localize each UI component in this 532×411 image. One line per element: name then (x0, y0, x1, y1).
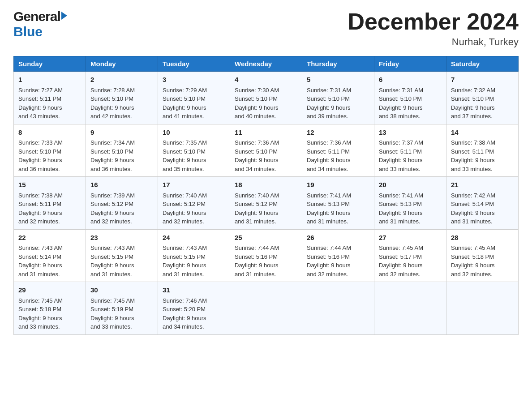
weekday-header-saturday: Saturday (446, 56, 519, 72)
day-number: 8 (18, 128, 81, 138)
calendar-day-cell (374, 282, 446, 335)
calendar-body: 1Sunrise: 7:27 AMSunset: 5:11 PMDaylight… (14, 72, 519, 335)
day-number: 13 (379, 128, 442, 138)
day-info: Sunrise: 7:28 AMSunset: 5:10 PMDaylight:… (90, 86, 153, 121)
day-number: 6 (379, 75, 442, 85)
calendar-day-cell: 24Sunrise: 7:43 AMSunset: 5:15 PMDayligh… (158, 229, 230, 282)
day-info: Sunrise: 7:40 AMSunset: 5:12 PMDaylight:… (163, 191, 225, 226)
logo: General Blue (13, 9, 67, 39)
day-number: 29 (18, 285, 81, 295)
day-number: 15 (18, 180, 81, 190)
calendar-day-cell: 16Sunrise: 7:39 AMSunset: 5:12 PMDayligh… (86, 177, 158, 230)
page-header: General Blue December 2024 Nurhak, Turke… (13, 9, 519, 48)
calendar-week-row: 15Sunrise: 7:38 AMSunset: 5:11 PMDayligh… (14, 177, 519, 230)
day-info: Sunrise: 7:41 AMSunset: 5:13 PMDaylight:… (379, 191, 442, 226)
calendar-table: SundayMondayTuesdayWednesdayThursdayFrid… (13, 56, 519, 335)
day-number: 5 (307, 75, 369, 85)
day-info: Sunrise: 7:43 AMSunset: 5:14 PMDaylight:… (18, 244, 81, 278)
day-number: 9 (90, 128, 153, 138)
day-number: 1 (18, 75, 81, 85)
calendar-week-row: 8Sunrise: 7:33 AMSunset: 5:10 PMDaylight… (14, 124, 519, 177)
day-number: 10 (163, 128, 225, 138)
day-info: Sunrise: 7:29 AMSunset: 5:10 PMDaylight:… (163, 86, 225, 121)
weekday-header-row: SundayMondayTuesdayWednesdayThursdayFrid… (14, 56, 519, 72)
day-info: Sunrise: 7:38 AMSunset: 5:11 PMDaylight:… (451, 138, 514, 173)
day-number: 14 (451, 128, 514, 138)
day-number: 16 (90, 180, 153, 190)
day-info: Sunrise: 7:46 AMSunset: 5:20 PMDaylight:… (163, 296, 225, 331)
weekday-header-friday: Friday (374, 56, 446, 72)
day-info: Sunrise: 7:43 AMSunset: 5:15 PMDaylight:… (90, 244, 153, 278)
day-info: Sunrise: 7:31 AMSunset: 5:10 PMDaylight:… (379, 86, 442, 121)
calendar-day-cell: 8Sunrise: 7:33 AMSunset: 5:10 PMDaylight… (14, 124, 86, 177)
logo-general-text: General (13, 9, 60, 24)
calendar-day-cell: 31Sunrise: 7:46 AMSunset: 5:20 PMDayligh… (158, 282, 230, 335)
day-number: 23 (90, 233, 153, 243)
day-number: 22 (18, 233, 81, 243)
day-info: Sunrise: 7:43 AMSunset: 5:15 PMDaylight:… (163, 244, 225, 278)
calendar-week-row: 1Sunrise: 7:27 AMSunset: 5:11 PMDaylight… (14, 72, 519, 124)
day-info: Sunrise: 7:34 AMSunset: 5:10 PMDaylight:… (90, 138, 153, 173)
day-info: Sunrise: 7:45 AMSunset: 5:18 PMDaylight:… (18, 296, 81, 331)
day-info: Sunrise: 7:36 AMSunset: 5:10 PMDaylight:… (235, 138, 297, 173)
calendar-day-cell: 2Sunrise: 7:28 AMSunset: 5:10 PMDaylight… (86, 72, 158, 124)
title-area: December 2024 Nurhak, Turkey (348, 9, 519, 48)
calendar-day-cell: 26Sunrise: 7:44 AMSunset: 5:16 PMDayligh… (302, 229, 374, 282)
calendar-day-cell: 18Sunrise: 7:40 AMSunset: 5:12 PMDayligh… (230, 177, 302, 230)
day-number: 19 (307, 180, 369, 190)
calendar-day-cell: 29Sunrise: 7:45 AMSunset: 5:18 PMDayligh… (14, 282, 86, 335)
weekday-header-monday: Monday (86, 56, 158, 72)
month-title: December 2024 (348, 9, 519, 34)
calendar-day-cell: 7Sunrise: 7:32 AMSunset: 5:10 PMDaylight… (446, 72, 519, 124)
day-info: Sunrise: 7:45 AMSunset: 5:19 PMDaylight:… (90, 296, 153, 331)
weekday-header-sunday: Sunday (14, 56, 86, 72)
day-number: 3 (163, 75, 225, 85)
calendar-day-cell (302, 282, 374, 335)
calendar-day-cell: 23Sunrise: 7:43 AMSunset: 5:15 PMDayligh… (86, 229, 158, 282)
calendar-day-cell: 28Sunrise: 7:45 AMSunset: 5:18 PMDayligh… (446, 229, 519, 282)
day-info: Sunrise: 7:41 AMSunset: 5:13 PMDaylight:… (307, 191, 369, 226)
day-info: Sunrise: 7:32 AMSunset: 5:10 PMDaylight:… (451, 86, 514, 121)
weekday-header-thursday: Thursday (302, 56, 374, 72)
day-info: Sunrise: 7:42 AMSunset: 5:14 PMDaylight:… (451, 191, 514, 226)
calendar-day-cell: 9Sunrise: 7:34 AMSunset: 5:10 PMDaylight… (86, 124, 158, 177)
calendar-day-cell: 25Sunrise: 7:44 AMSunset: 5:16 PMDayligh… (230, 229, 302, 282)
calendar-day-cell: 22Sunrise: 7:43 AMSunset: 5:14 PMDayligh… (14, 229, 86, 282)
day-info: Sunrise: 7:31 AMSunset: 5:10 PMDaylight:… (307, 86, 369, 121)
day-info: Sunrise: 7:45 AMSunset: 5:18 PMDaylight:… (451, 244, 514, 278)
day-info: Sunrise: 7:44 AMSunset: 5:16 PMDaylight:… (307, 244, 369, 278)
day-number: 11 (235, 128, 297, 138)
calendar-week-row: 22Sunrise: 7:43 AMSunset: 5:14 PMDayligh… (14, 229, 519, 282)
calendar-day-cell: 1Sunrise: 7:27 AMSunset: 5:11 PMDaylight… (14, 72, 86, 124)
weekday-header-wednesday: Wednesday (230, 56, 302, 72)
day-number: 21 (451, 180, 514, 190)
day-info: Sunrise: 7:37 AMSunset: 5:11 PMDaylight:… (379, 138, 442, 173)
day-info: Sunrise: 7:40 AMSunset: 5:12 PMDaylight:… (235, 191, 297, 226)
calendar-day-cell (230, 282, 302, 335)
location-title: Nurhak, Turkey (348, 36, 519, 48)
calendar-day-cell: 10Sunrise: 7:35 AMSunset: 5:10 PMDayligh… (158, 124, 230, 177)
logo-blue-text: Blue (13, 24, 43, 39)
day-info: Sunrise: 7:45 AMSunset: 5:17 PMDaylight:… (379, 244, 442, 278)
day-number: 17 (163, 180, 225, 190)
calendar-day-cell: 14Sunrise: 7:38 AMSunset: 5:11 PMDayligh… (446, 124, 519, 177)
day-number: 28 (451, 233, 514, 243)
day-number: 25 (235, 233, 297, 243)
day-number: 30 (90, 285, 153, 295)
calendar-day-cell: 5Sunrise: 7:31 AMSunset: 5:10 PMDaylight… (302, 72, 374, 124)
calendar-week-row: 29Sunrise: 7:45 AMSunset: 5:18 PMDayligh… (14, 282, 519, 335)
day-info: Sunrise: 7:39 AMSunset: 5:12 PMDaylight:… (90, 191, 153, 226)
day-info: Sunrise: 7:38 AMSunset: 5:11 PMDaylight:… (18, 191, 81, 226)
day-number: 4 (235, 75, 297, 85)
weekday-header-tuesday: Tuesday (158, 56, 230, 72)
calendar-day-cell: 4Sunrise: 7:30 AMSunset: 5:10 PMDaylight… (230, 72, 302, 124)
calendar-day-cell: 30Sunrise: 7:45 AMSunset: 5:19 PMDayligh… (86, 282, 158, 335)
calendar-day-cell: 20Sunrise: 7:41 AMSunset: 5:13 PMDayligh… (374, 177, 446, 230)
calendar-day-cell: 19Sunrise: 7:41 AMSunset: 5:13 PMDayligh… (302, 177, 374, 230)
logo-arrow-icon (61, 12, 67, 20)
day-number: 18 (235, 180, 297, 190)
day-info: Sunrise: 7:27 AMSunset: 5:11 PMDaylight:… (18, 86, 81, 121)
day-info: Sunrise: 7:35 AMSunset: 5:10 PMDaylight:… (163, 138, 225, 173)
day-number: 27 (379, 233, 442, 243)
day-number: 26 (307, 233, 369, 243)
